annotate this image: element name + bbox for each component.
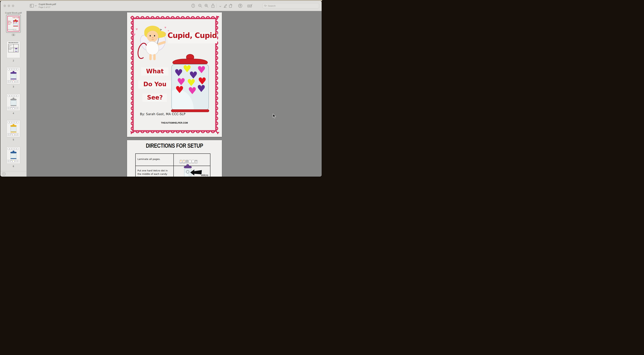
zoom-window-button[interactable]: [12, 5, 14, 7]
thumbnail-label-2: 2: [13, 60, 14, 62]
page1-line-see: See?: [139, 94, 171, 101]
rotate-left-button[interactable]: [228, 3, 234, 8]
page1-title: Cupid, Cupid: [166, 31, 218, 40]
mini-jar: [10, 98, 17, 106]
candy-heart: ♥: [197, 66, 206, 74]
mini-answer-cards: 5♥: [7, 80, 19, 83]
sentence-card: see?: [195, 160, 198, 164]
thumbnail-label-3: 3: [13, 86, 14, 88]
search-icon: [264, 5, 267, 7]
pdf-page-2: DIRECTIONS FOR SETUP Laminate all pages.…: [127, 140, 222, 176]
mini-jar: [10, 71, 17, 80]
scallop-border-top: [130, 13, 219, 18]
mini-answer-cards: 3♥: [7, 107, 19, 110]
page1-byline: By: Sarah Gast, MA CCC-SLP: [140, 112, 186, 116]
page2-heading: DIRECTIONS FOR SETUP: [127, 142, 222, 149]
mini-heart: ♥: [14, 20, 15, 21]
close-button[interactable]: [4, 5, 6, 7]
thumbnail-item-2[interactable]: DIRECTIONS FOR SETUP Laminate all pages.…: [0, 41, 26, 62]
mini-heart: ♥: [16, 22, 17, 24]
thumbnail-sidebar: Cupid, Cupid WhatDo YouSee? ♥♥♥♥♥♥♥♥♥ By…: [0, 15, 26, 176]
page1-website: THEAUTISMHELPER.COM: [127, 122, 222, 124]
markup-pencil-button[interactable]: [223, 3, 228, 8]
mini-jar: [10, 124, 17, 132]
search-field[interactable]: Search: [262, 3, 319, 8]
thumbnail-label-4: 4: [13, 112, 14, 114]
sidebar-toggle-button[interactable]: [29, 3, 34, 8]
mini-sentence-cards: [8, 68, 18, 70]
toolbar: Cupid Book.pdf Page 1 of 17: [26, 1, 322, 11]
add-page-button[interactable]: +: [2, 172, 6, 176]
mini-answer-cards: 3♥: [7, 160, 19, 162]
share-button[interactable]: [210, 3, 216, 8]
page1-line-doyou: Do You: [139, 81, 171, 88]
thumbnail-label-6: 6: [13, 165, 14, 168]
mini-jar: ♥♥♥♥♥♥♥♥♥: [13, 20, 18, 26]
sidebar-footer: +: [0, 171, 26, 176]
thumbnail-item-4[interactable]: 3♥ 4: [0, 94, 26, 114]
setup-row1-text: Laminate all pages.: [138, 158, 170, 160]
zoom-in-button[interactable]: [204, 3, 209, 8]
fill-and-sign-button[interactable]: [248, 3, 252, 8]
traffic-lights: [4, 5, 14, 7]
thumbnail-page-2[interactable]: DIRECTIONS FOR SETUP Laminate all pages.…: [7, 41, 20, 58]
thumbnail-page-5[interactable]: 6♥: [7, 120, 20, 137]
mini-answer-cards: 6♥: [7, 133, 19, 136]
scallop-border-left: [128, 15, 133, 134]
thumbnail-item-1[interactable]: Cupid, Cupid WhatDo YouSee? ♥♥♥♥♥♥♥♥♥ By…: [0, 16, 26, 36]
thumbnail-page-3[interactable]: 5♥: [7, 67, 20, 84]
sidebar-header-filename: Cupid Book.pdf: [0, 12, 26, 14]
zoom-out-button[interactable]: [198, 3, 203, 8]
sentence-card: Cupid: [180, 160, 182, 164]
sentence-card: do: [189, 160, 191, 164]
scallop-border-bottom: [130, 131, 219, 136]
document-viewport[interactable]: ➤ ♥ ♥ ♥ ♥ ♥ Cupid, Cupid: [26, 11, 322, 176]
sentence-strip-cards: CupidCupidWhatdoyousee?: [180, 160, 198, 164]
mini-heart: ♥: [14, 22, 16, 24]
candy-heart: ♥: [188, 87, 196, 95]
mini-jar: [10, 150, 17, 159]
document-title: Cupid Book.pdf: [39, 3, 56, 6]
page1-line-what: What: [139, 68, 171, 75]
preview-window: Cupid Book.pdf Cupid Book.pdf Page 1 of …: [0, 1, 322, 176]
search-placeholder: Search: [268, 4, 276, 7]
sentence-card: you: [192, 160, 194, 164]
mouse-cursor: [272, 114, 276, 118]
info-button[interactable]: [191, 3, 196, 8]
toolbar-divider: [216, 4, 217, 8]
mini-sentence-cards: [8, 148, 18, 150]
pen-nib-circle-button[interactable]: [238, 3, 243, 8]
mini-heart: ♥: [13, 22, 14, 24]
cupid-illustration: ➤ ♥ ♥ ♥ ♥ ♥: [138, 25, 170, 61]
markup-chevron-icon[interactable]: [219, 4, 222, 9]
setup-row2-text: Put one hard Velcro dot in the middle of…: [138, 169, 170, 176]
thumbnail-page-1[interactable]: Cupid, Cupid WhatDo YouSee? ♥♥♥♥♥♥♥♥♥ By…: [7, 16, 20, 32]
thumbnail-page-4[interactable]: 3♥: [7, 94, 20, 110]
thumbnail-label-5: 5: [13, 138, 14, 141]
velcro-arrow-icon: [190, 169, 202, 176]
minimize-button[interactable]: [8, 5, 10, 7]
thumbnail-item-6[interactable]: 3♥ 6: [0, 147, 26, 168]
titlebar: Cupid Book.pdf: [0, 1, 26, 15]
pdf-page-1: ➤ ♥ ♥ ♥ ♥ ♥ Cupid, Cupid: [127, 12, 222, 137]
thumbnail-item-5[interactable]: 6♥ 5: [0, 120, 26, 141]
mini-sentence-cards: [8, 121, 18, 123]
sentence-card: Cupid: [182, 160, 185, 164]
velcro-dot-circle: [186, 170, 189, 173]
mini-sentence-cards: [8, 95, 18, 97]
candy-heart: ♥: [175, 86, 184, 94]
page-indicator: Page 1 of 17: [39, 6, 50, 8]
sidebar-chevron-icon[interactable]: [34, 3, 37, 8]
setup-table: Laminate all pages. Put one hard Velcro …: [135, 154, 210, 176]
candy-heart: ♥: [197, 84, 206, 93]
thumbnail-item-3[interactable]: 5♥ 3: [0, 67, 26, 88]
sentence-card: What: [186, 160, 188, 164]
candy-heart: ♥: [174, 69, 183, 77]
thumbnail-page-6[interactable]: 3♥: [7, 147, 20, 164]
thumbnail-label-1: 1: [12, 34, 15, 36]
